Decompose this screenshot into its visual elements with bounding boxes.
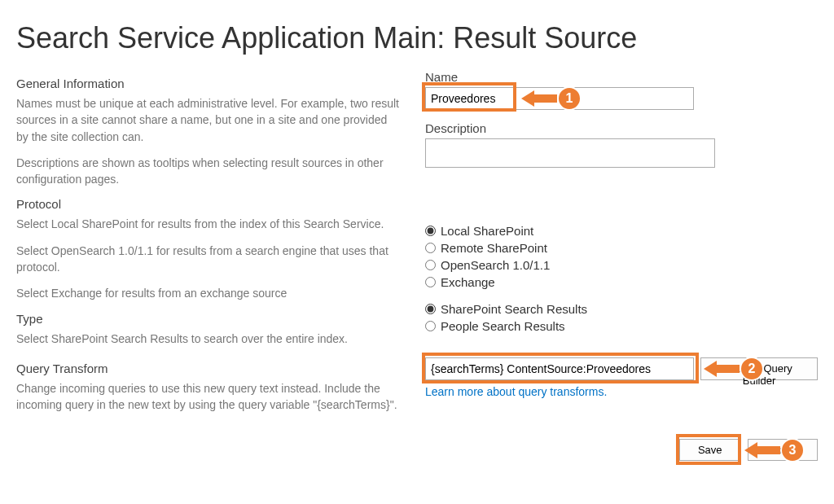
protocol-exchange[interactable]: Exchange	[425, 275, 818, 289]
description-label: Description	[425, 121, 818, 135]
protocol-text-2: Select OpenSearch 1.0/1.1 for results fr…	[16, 243, 399, 276]
type-heading: Type	[16, 312, 399, 326]
query-transform-heading: Query Transform	[16, 362, 399, 375]
type-people-search[interactable]: People Search Results	[425, 319, 818, 333]
protocol-remote-sharepoint-label: Remote SharePoint	[441, 241, 547, 255]
type-sharepoint-search-label: SharePoint Search Results	[441, 302, 587, 316]
callout-badge-3: 3	[780, 438, 805, 462]
callout-arrow-2	[704, 362, 740, 375]
protocol-opensearch-label: OpenSearch 1.0/1.1	[441, 258, 550, 272]
type-people-search-label: People Search Results	[441, 319, 565, 333]
protocol-text-1: Select Local SharePoint for results from…	[16, 216, 399, 232]
type-text-1: Select SharePoint Search Results to sear…	[16, 331, 399, 347]
protocol-remote-sharepoint[interactable]: Remote SharePoint	[425, 241, 818, 255]
type-radio-group: SharePoint Search Results People Search …	[425, 302, 818, 333]
protocol-local-sharepoint-radio[interactable]	[425, 226, 436, 236]
name-label: Name	[425, 70, 818, 84]
description-input[interactable]	[425, 138, 715, 168]
type-sharepoint-search-radio[interactable]	[425, 304, 436, 314]
type-sharepoint-search[interactable]: SharePoint Search Results	[425, 302, 818, 316]
protocol-opensearch[interactable]: OpenSearch 1.0/1.1	[425, 258, 818, 272]
protocol-opensearch-radio[interactable]	[425, 260, 436, 270]
protocol-local-sharepoint-label: Local SharePoint	[441, 224, 533, 238]
save-button[interactable]: Save	[679, 439, 741, 461]
general-info-heading: General Information	[16, 77, 399, 90]
page-title: Search Service Application Main: Result …	[16, 21, 818, 55]
type-people-search-radio[interactable]	[425, 321, 436, 331]
callout-badge-2: 2	[740, 357, 764, 381]
general-info-text-1: Names must be unique at each administrat…	[16, 95, 399, 145]
protocol-exchange-label: Exchange	[441, 275, 495, 289]
query-transform-text-1: Change incoming queries to use this new …	[16, 380, 399, 414]
form-panel: Name 1 Description Local SharePoint Remo…	[425, 70, 818, 461]
learn-more-link[interactable]: Learn more about query transforms.	[425, 385, 607, 398]
callout-arrow-3	[744, 444, 780, 457]
protocol-exchange-radio[interactable]	[425, 277, 436, 287]
callout-arrow-1	[521, 92, 557, 105]
protocol-remote-sharepoint-radio[interactable]	[425, 243, 436, 253]
protocol-local-sharepoint[interactable]: Local SharePoint	[425, 224, 818, 238]
help-panel: General Information Names must be unique…	[16, 70, 399, 461]
general-info-text-2: Descriptions are shown as tooltips when …	[16, 155, 399, 188]
protocol-radio-group: Local SharePoint Remote SharePoint OpenS…	[425, 224, 818, 289]
protocol-text-3: Select Exchange for results from an exch…	[16, 285, 399, 301]
query-transform-input[interactable]	[425, 357, 694, 380]
callout-badge-1: 1	[557, 86, 582, 111]
protocol-heading: Protocol	[16, 197, 399, 211]
